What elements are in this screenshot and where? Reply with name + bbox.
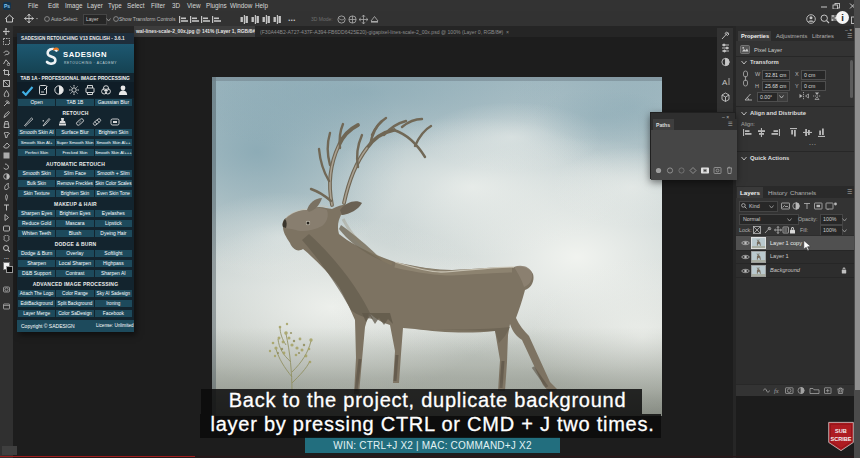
svg-text:A: A: [722, 78, 728, 87]
svg-text:SCRIBE: SCRIBE: [830, 435, 851, 441]
svg-text:fx: fx: [774, 387, 779, 394]
svg-text:SUB: SUB: [835, 428, 847, 434]
